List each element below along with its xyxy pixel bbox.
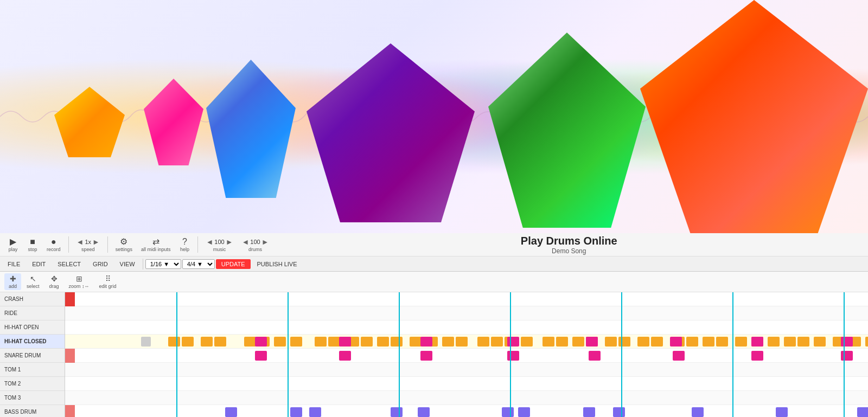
menu-grid[interactable]: GRID [87, 259, 113, 269]
note[interactable] [507, 351, 519, 361]
track-row-tom3[interactable] [65, 391, 868, 405]
menu-file[interactable]: FILE [2, 259, 25, 269]
speed-prev-icon[interactable]: ◄ [76, 238, 84, 246]
note[interactable] [651, 337, 663, 347]
note[interactable] [692, 407, 704, 417]
note[interactable] [274, 337, 286, 347]
note[interactable] [751, 351, 763, 361]
edit-grid-tool-button[interactable]: ⠿ edit grid [95, 273, 121, 290]
help-button[interactable]: ? help [176, 236, 193, 253]
note[interactable] [673, 351, 685, 361]
music-prev-icon[interactable]: ◄ [206, 238, 213, 246]
note[interactable] [244, 337, 256, 347]
note[interactable] [797, 337, 809, 347]
settings-button[interactable]: ⚙ settings [112, 236, 136, 253]
note[interactable] [456, 337, 468, 347]
note[interactable] [290, 407, 302, 417]
note[interactable] [841, 337, 853, 347]
note[interactable] [255, 337, 267, 347]
note[interactable] [572, 337, 584, 347]
note[interactable] [618, 337, 630, 347]
note[interactable] [328, 337, 340, 347]
drag-tool-button[interactable]: ✥ drag [45, 273, 63, 290]
note[interactable] [182, 337, 194, 347]
note[interactable] [521, 337, 533, 347]
music-volume[interactable]: ◄ 100 ► music [202, 236, 236, 253]
track-row-snare[interactable] [65, 349, 868, 363]
note[interactable] [841, 351, 853, 361]
note[interactable] [418, 407, 430, 417]
note[interactable] [613, 407, 625, 417]
track-row-crash[interactable] [65, 292, 868, 306]
note[interactable] [309, 407, 321, 417]
track-row-tom2[interactable] [65, 377, 868, 391]
note[interactable] [225, 407, 237, 417]
track-row-bass[interactable] [65, 405, 868, 417]
note[interactable] [583, 407, 595, 417]
drums-prev-icon[interactable]: ◄ [242, 238, 250, 246]
update-button[interactable]: UPDATE [216, 259, 251, 269]
track-row-hihat-open[interactable] [65, 320, 868, 335]
menu-edit[interactable]: EDIT [27, 259, 51, 269]
note[interactable] [377, 337, 389, 347]
note[interactable] [857, 407, 868, 417]
note[interactable] [589, 351, 601, 361]
note[interactable] [784, 337, 796, 347]
time-signature-select[interactable]: 4/4 ▼ 3/4 [182, 259, 215, 269]
speed-next-icon[interactable]: ► [92, 238, 100, 246]
add-tool-button[interactable]: ✚ add [4, 273, 21, 290]
note[interactable] [507, 337, 519, 347]
record-button[interactable]: ● record [43, 236, 64, 253]
grid-resolution-select[interactable]: 1/16 ▼ 1/8 1/4 [145, 259, 181, 269]
note[interactable] [865, 337, 868, 347]
note[interactable] [586, 337, 598, 347]
note[interactable] [768, 337, 780, 347]
note[interactable] [637, 337, 649, 347]
menu-select[interactable]: SELECT [52, 259, 86, 269]
note[interactable] [168, 337, 180, 347]
note[interactable] [477, 337, 489, 347]
note[interactable] [703, 337, 714, 347]
midi-button[interactable]: ⇄ all midi inputs [138, 236, 174, 253]
track-row-hihat-closed[interactable] [65, 335, 868, 349]
note[interactable] [410, 337, 422, 347]
note[interactable] [442, 337, 454, 347]
note[interactable] [670, 337, 682, 347]
note[interactable] [542, 337, 554, 347]
play-button[interactable]: ▶ play [4, 236, 22, 253]
zoom-tool-button[interactable]: ⊞ zoom ↕↔ [65, 273, 94, 290]
note[interactable] [491, 337, 503, 347]
note[interactable] [814, 337, 826, 347]
note[interactable] [339, 351, 351, 361]
track-row-tom1[interactable] [65, 363, 868, 377]
publish-live-button[interactable]: PUBLISH LIVE [252, 259, 303, 269]
note[interactable] [255, 351, 267, 361]
note[interactable] [214, 337, 226, 347]
select-tool-button[interactable]: ↖ select [22, 273, 44, 290]
note[interactable] [420, 337, 432, 347]
music-next-icon[interactable]: ► [226, 238, 233, 246]
stop-button[interactable]: ■ stop [24, 236, 41, 253]
note[interactable] [315, 337, 327, 347]
drums-next-icon[interactable]: ► [261, 238, 269, 246]
note[interactable] [502, 407, 514, 417]
menu-view[interactable]: VIEW [114, 259, 141, 269]
note[interactable] [605, 337, 617, 347]
note[interactable] [716, 337, 728, 347]
note[interactable] [391, 337, 403, 347]
note[interactable] [339, 337, 351, 347]
note[interactable] [735, 337, 747, 347]
note[interactable] [556, 337, 568, 347]
note[interactable] [420, 351, 432, 361]
note[interactable] [518, 407, 530, 417]
track-row-ride[interactable] [65, 306, 868, 320]
note[interactable] [361, 337, 373, 347]
drums-volume[interactable]: ◄ 100 ► drums [239, 236, 272, 253]
note[interactable] [391, 407, 403, 417]
note[interactable] [751, 337, 763, 347]
note[interactable] [201, 337, 213, 347]
note[interactable] [290, 337, 302, 347]
grid-area[interactable] [65, 292, 868, 417]
note[interactable] [776, 407, 788, 417]
speed-control[interactable]: ◄ 1x ► speed [73, 236, 103, 253]
